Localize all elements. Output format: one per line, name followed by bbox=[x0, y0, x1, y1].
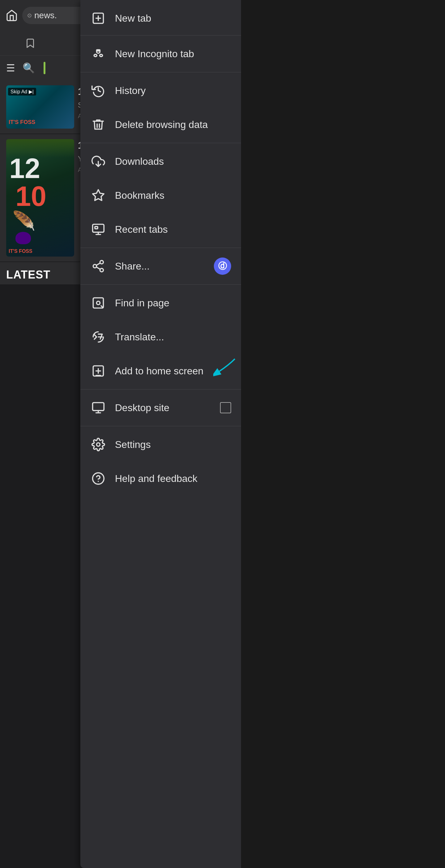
its-foss-badge-2: IT'S FOSS bbox=[9, 249, 32, 254]
menu-item-find-in-page[interactable]: Find in page bbox=[81, 286, 241, 320]
menu-label-settings: Settings bbox=[115, 439, 231, 451]
feather-icon: 🪶 bbox=[12, 210, 35, 232]
address-security-icon: ⊙ bbox=[27, 12, 32, 19]
svg-point-11 bbox=[94, 54, 97, 57]
menu-item-bookmarks[interactable]: Bookmarks bbox=[81, 178, 241, 212]
menu-label-new-tab: New tab bbox=[115, 13, 231, 24]
green-progress-bar bbox=[43, 62, 45, 74]
divider-2 bbox=[81, 72, 241, 72]
new-tab-icon bbox=[90, 10, 106, 26]
help-icon bbox=[90, 470, 106, 487]
svg-line-29 bbox=[101, 306, 103, 308]
toolbar-menu-icon[interactable]: ☰ bbox=[6, 62, 15, 74]
dropdown-menu: New tab New Incognito tab History Delete… bbox=[81, 0, 241, 868]
menu-item-translate[interactable]: Translate... bbox=[81, 320, 241, 354]
menu-label-share: Share... bbox=[115, 260, 205, 272]
menu-label-recent-tabs: Recent tabs bbox=[115, 224, 231, 235]
translate-icon bbox=[90, 329, 106, 345]
add-home-icon bbox=[90, 363, 106, 379]
svg-line-26 bbox=[96, 263, 100, 265]
find-icon bbox=[90, 295, 106, 311]
red-number: 10 bbox=[15, 182, 46, 210]
svg-point-37 bbox=[97, 443, 100, 446]
divider-5 bbox=[81, 284, 241, 285]
menu-item-delete-browsing[interactable]: Delete browsing data bbox=[81, 107, 241, 142]
share-icon bbox=[90, 258, 106, 274]
downloads-icon bbox=[90, 153, 106, 169]
bookmarks-icon bbox=[90, 187, 106, 204]
menu-item-recent-tabs[interactable]: Recent tabs bbox=[81, 212, 241, 246]
svg-point-12 bbox=[100, 54, 103, 57]
desktop-site-checkbox[interactable] bbox=[220, 402, 231, 413]
incognito-icon bbox=[90, 46, 106, 62]
menu-label-translate: Translate... bbox=[115, 331, 231, 343]
menu-label-help: Help and feedback bbox=[115, 473, 231, 485]
nav-bookmark-icon[interactable] bbox=[21, 34, 39, 53]
svg-line-15 bbox=[98, 91, 100, 92]
svg-line-25 bbox=[96, 267, 100, 269]
menu-item-history[interactable]: History bbox=[81, 73, 241, 107]
home-icon[interactable] bbox=[5, 9, 19, 22]
svg-point-28 bbox=[97, 301, 100, 305]
history-icon bbox=[90, 83, 106, 99]
svg-rect-21 bbox=[95, 226, 98, 229]
menu-label-bookmarks: Bookmarks bbox=[115, 190, 231, 201]
svg-rect-34 bbox=[93, 403, 104, 411]
menu-item-desktop-site[interactable]: Desktop site bbox=[81, 391, 241, 425]
menu-item-downloads[interactable]: Downloads bbox=[81, 144, 241, 178]
menu-item-help[interactable]: Help and feedback bbox=[81, 462, 241, 496]
its-foss-badge-1: IT'S FOSS bbox=[9, 119, 35, 125]
cyan-arrow-annotation bbox=[213, 356, 238, 382]
skip-ad-badge: Skip Ad ▶| bbox=[8, 88, 36, 95]
trash-icon bbox=[90, 117, 106, 133]
svg-marker-17 bbox=[93, 190, 104, 200]
menu-item-add-to-home[interactable]: Add to home screen bbox=[81, 354, 241, 388]
menu-label-incognito: New Incognito tab bbox=[115, 48, 231, 60]
svg-rect-13 bbox=[97, 50, 100, 51]
toolbar-search-icon[interactable]: 🔍 bbox=[23, 62, 35, 74]
browser-background: ⊙ news. ☰ 🔍 Skip Ad ▶| IT'S FOSS bbox=[0, 0, 241, 868]
menu-label-history: History bbox=[115, 85, 231, 96]
menu-item-settings[interactable]: Settings bbox=[81, 428, 241, 462]
divider-7 bbox=[81, 426, 241, 426]
menu-item-incognito[interactable]: New Incognito tab bbox=[81, 37, 241, 71]
menu-label-downloads: Downloads bbox=[115, 156, 231, 167]
discord-icon: ⓓ bbox=[218, 260, 227, 272]
settings-icon bbox=[90, 436, 106, 453]
menu-label-find-in-page: Find in page bbox=[115, 298, 231, 309]
menu-label-desktop-site: Desktop site bbox=[115, 402, 211, 413]
discord-badge: ⓓ bbox=[214, 257, 231, 275]
inkwell bbox=[15, 232, 31, 244]
divider-6 bbox=[81, 389, 241, 390]
menu-item-share[interactable]: Share... ⓓ bbox=[81, 249, 241, 283]
menu-item-new-tab[interactable]: New tab bbox=[81, 0, 241, 34]
address-text: news. bbox=[34, 10, 57, 21]
recent-tabs-icon bbox=[90, 221, 106, 238]
divider-3 bbox=[81, 143, 241, 143]
article-thumb-1: Skip Ad ▶| IT'S FOSS bbox=[6, 85, 74, 129]
divider-4 bbox=[81, 248, 241, 248]
menu-label-delete-browsing: Delete browsing data bbox=[115, 119, 231, 130]
big-number: 12 bbox=[9, 155, 40, 182]
article-thumb-2: 12 10 🪶 IT'S FOSS bbox=[6, 139, 74, 256]
desktop-icon bbox=[90, 400, 106, 416]
